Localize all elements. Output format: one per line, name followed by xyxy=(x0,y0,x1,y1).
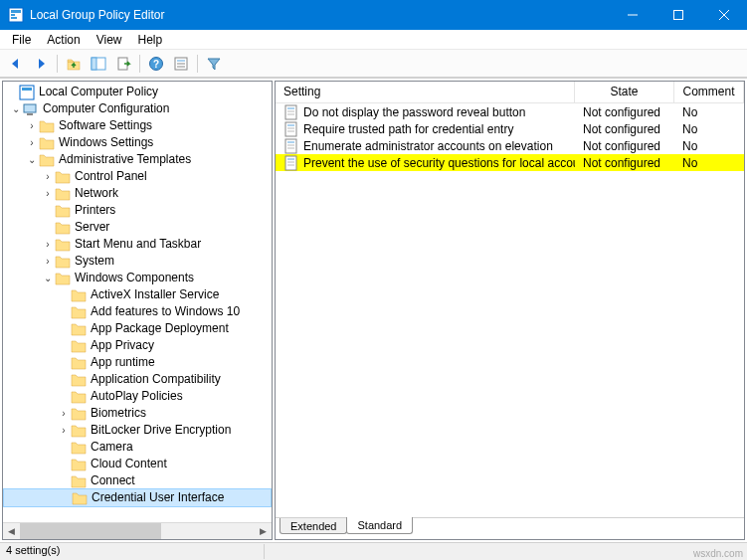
tree-add-features[interactable]: ›Add features to Windows 10 xyxy=(3,303,272,320)
up-level-button[interactable] xyxy=(62,53,86,75)
tree-bitlocker[interactable]: ›BitLocker Drive Encryption xyxy=(3,422,272,439)
tree-windows-settings[interactable]: ›Windows Settings xyxy=(3,134,272,151)
tree-start-menu-taskbar[interactable]: ›Start Menu and Taskbar xyxy=(3,236,272,253)
svg-rect-21 xyxy=(27,113,33,115)
tree-cloud-content[interactable]: ›Cloud Content xyxy=(3,456,272,472)
menu-file[interactable]: File xyxy=(4,31,39,49)
chevron-right-icon[interactable]: › xyxy=(57,405,71,422)
chevron-down-icon[interactable]: ⌄ xyxy=(25,151,39,168)
column-comment[interactable]: Comment xyxy=(674,82,744,102)
tree-label: App runtime xyxy=(91,354,155,371)
app-icon xyxy=(8,7,24,23)
separator xyxy=(197,55,198,73)
tree-app-privacy[interactable]: ›App Privacy xyxy=(3,337,272,354)
policy-icon xyxy=(283,138,299,154)
export-list-button[interactable] xyxy=(111,53,135,75)
chevron-right-icon[interactable]: › xyxy=(57,422,71,439)
svg-rect-2 xyxy=(11,14,15,16)
tree-label: Camera xyxy=(91,439,133,456)
tree-activex[interactable]: ›ActiveX Installer Service xyxy=(3,286,272,303)
scroll-left-button[interactable]: ◀ xyxy=(3,523,20,540)
menu-view[interactable]: View xyxy=(89,31,130,49)
tree-app-runtime[interactable]: ›App runtime xyxy=(3,354,272,371)
list-row[interactable]: Require trusted path for credential entr… xyxy=(276,120,744,137)
menu-help[interactable]: Help xyxy=(130,31,171,49)
list-row[interactable]: Enumerate administrator accounts on elev… xyxy=(276,137,744,154)
titlebar: Local Group Policy Editor xyxy=(0,0,747,30)
tree-system[interactable]: ›System xyxy=(3,253,272,270)
list-row[interactable]: Do not display the password reveal butto… xyxy=(276,103,744,120)
svg-rect-20 xyxy=(24,104,36,112)
toolbar: ? xyxy=(0,50,747,78)
tree-server[interactable]: ›Server xyxy=(3,219,272,236)
filter-button[interactable] xyxy=(202,53,226,75)
tree-autoplay[interactable]: ›AutoPlay Policies xyxy=(3,388,272,405)
show-hide-tree-button[interactable] xyxy=(87,53,110,75)
tree-credential-ui[interactable]: ›Credential User Interface xyxy=(3,488,272,507)
chevron-right-icon[interactable]: › xyxy=(41,185,55,202)
forward-button[interactable] xyxy=(29,53,53,75)
policy-name: Prevent the use of security questions fo… xyxy=(303,156,575,170)
close-button[interactable] xyxy=(701,0,747,30)
column-state[interactable]: State xyxy=(575,82,674,102)
tree-biometrics[interactable]: ›Biometrics xyxy=(3,405,272,422)
watermark: wsxdn.com xyxy=(693,548,743,559)
scroll-right-button[interactable]: ▶ xyxy=(255,523,272,540)
tree-connect[interactable]: ›Connect xyxy=(3,472,272,489)
chevron-right-icon[interactable]: › xyxy=(41,236,55,253)
tab-extended[interactable]: Extended xyxy=(280,518,347,534)
chevron-down-icon[interactable]: ⌄ xyxy=(41,270,55,286)
help-button[interactable]: ? xyxy=(144,53,168,75)
separator xyxy=(139,55,140,73)
tree-label: App Package Deployment xyxy=(91,320,229,337)
settings-panel: Setting State Comment Do not display the… xyxy=(275,81,745,540)
tree-label: Network xyxy=(75,185,118,202)
policy-comment: No xyxy=(674,156,744,170)
tree-app-compat[interactable]: ›Application Compatibility xyxy=(3,371,272,388)
tree-label: Windows Settings xyxy=(59,134,153,151)
chevron-right-icon[interactable]: › xyxy=(41,253,55,270)
back-button[interactable] xyxy=(4,53,28,75)
svg-rect-5 xyxy=(674,11,683,20)
tree-label: Application Compatibility xyxy=(91,371,221,388)
tree-control-panel[interactable]: ›Control Panel xyxy=(3,168,272,185)
tree-admin-templates[interactable]: ⌄Administrative Templates xyxy=(3,151,272,168)
svg-text:?: ? xyxy=(153,59,159,70)
tree-network[interactable]: ›Network xyxy=(3,185,272,202)
policy-name: Require trusted path for credential entr… xyxy=(303,122,513,136)
scroll-thumb[interactable] xyxy=(20,523,161,540)
policy-name: Enumerate administrator accounts on elev… xyxy=(303,139,553,153)
tree-scrollbar-horizontal[interactable]: ◀ ▶ xyxy=(3,522,272,539)
policy-state: Not configured xyxy=(575,139,674,153)
tree-label: AutoPlay Policies xyxy=(91,388,183,405)
svg-rect-19 xyxy=(22,88,32,91)
minimize-button[interactable] xyxy=(610,0,655,30)
tree-label: BitLocker Drive Encryption xyxy=(91,422,231,439)
tree-printers[interactable]: ›Printers xyxy=(3,202,272,219)
properties-button[interactable] xyxy=(169,53,193,75)
tree-windows-components[interactable]: ⌄Windows Components xyxy=(3,270,272,286)
policy-icon xyxy=(283,104,299,120)
tab-standard[interactable]: Standard xyxy=(346,517,413,534)
maximize-button[interactable] xyxy=(655,0,701,30)
svg-rect-10 xyxy=(92,58,96,70)
policy-tree[interactable]: ▶Local Computer Policy ⌄Computer Configu… xyxy=(3,82,272,522)
settings-list[interactable]: Do not display the password reveal butto… xyxy=(276,103,744,517)
content-area: ▶Local Computer Policy ⌄Computer Configu… xyxy=(0,78,747,542)
chevron-right-icon[interactable]: › xyxy=(25,117,39,134)
column-setting[interactable]: Setting xyxy=(276,82,575,102)
chevron-down-icon[interactable]: ⌄ xyxy=(9,100,23,117)
policy-comment: No xyxy=(674,105,744,119)
tree-label: Connect xyxy=(91,472,135,489)
tree-camera[interactable]: ›Camera xyxy=(3,439,272,456)
menu-action[interactable]: Action xyxy=(39,31,88,49)
tree-software-settings[interactable]: ›Software Settings xyxy=(3,117,272,134)
tree-label: Server xyxy=(75,219,109,236)
chevron-right-icon[interactable]: › xyxy=(25,134,39,151)
tree-root[interactable]: ▶Local Computer Policy xyxy=(3,84,272,100)
chevron-right-icon[interactable]: › xyxy=(41,168,55,185)
scroll-track[interactable] xyxy=(20,523,255,540)
tree-computer-config[interactable]: ⌄Computer Configuration xyxy=(3,100,272,117)
list-row[interactable]: Prevent the use of security questions fo… xyxy=(276,154,744,171)
tree-app-package[interactable]: ›App Package Deployment xyxy=(3,320,272,337)
